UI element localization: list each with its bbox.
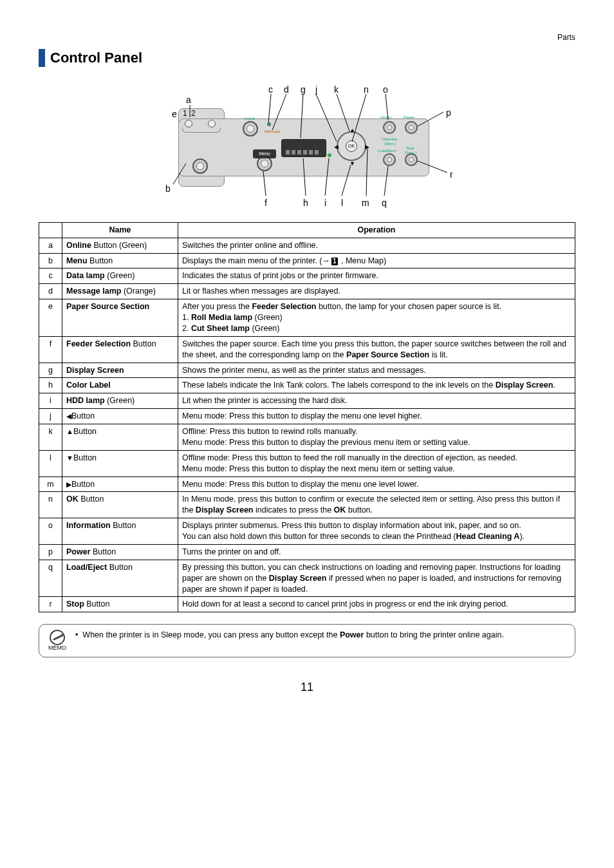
cell-op: By pressing this button, you can check i…: [178, 560, 575, 597]
cell-id: g: [39, 363, 62, 378]
ok-label: OK: [348, 143, 355, 149]
cell-name: Menu Button: [62, 253, 178, 269]
cell-name: ◀ Button: [62, 409, 178, 424]
label-b: b: [165, 183, 171, 196]
cell-op: Indicates the status of print jobs or th…: [178, 269, 575, 284]
label-k: k: [334, 84, 339, 97]
feeder-selection-knob: [192, 158, 208, 174]
memo-text: • When the printer is in Sleep mode, you…: [75, 630, 504, 641]
cell-id: d: [39, 284, 62, 299]
cell-name: Information Button: [62, 518, 178, 545]
cell-name: Display Screen: [62, 363, 178, 378]
label-p: p: [446, 107, 451, 120]
row-i: i HDD lamp (Green) Lit when the printer …: [39, 393, 575, 409]
row-m: m ▶ Button Menu mode: Press this button …: [39, 476, 575, 492]
cell-name: ▼ Button: [62, 450, 178, 476]
menu-pill: Menu: [253, 149, 276, 158]
row-l: l ▼ Button Offline mode: Press this butt…: [39, 450, 575, 476]
label-q: q: [382, 197, 387, 210]
ink-level-bars: [286, 150, 319, 155]
power-button: [405, 121, 418, 134]
cleaning-sub: (3sec.): [384, 141, 396, 146]
display-screen: [281, 139, 326, 157]
page-title: Control Panel: [50, 48, 142, 68]
row-p: p Power Button Turns the printer on and …: [39, 544, 575, 560]
row-o: o Information Button Displays printer su…: [39, 518, 575, 545]
ok-ring: OK: [337, 131, 366, 161]
row-c: c Data lamp (Green) Indicates the status…: [39, 269, 575, 284]
information-button: [383, 121, 396, 134]
right-arrow-icon: ▶: [365, 143, 369, 151]
cell-name: OK Button: [62, 492, 178, 518]
roll-media-lamp: [185, 120, 192, 127]
row-d: d Message lamp (Orange) Lit or flashes w…: [39, 284, 575, 299]
cell-name: Data lamp (Green): [62, 269, 178, 284]
cell-id: o: [39, 518, 62, 545]
row-f: f Feeder Selection Button Switches the p…: [39, 336, 575, 363]
cell-name: HDD lamp (Green): [62, 393, 178, 409]
hdd-lamp: [328, 153, 331, 157]
menu-label: Menu: [259, 151, 270, 157]
row-q: q Load/Eject Button By pressing this but…: [39, 560, 575, 597]
col-operation: Operation: [178, 222, 575, 238]
cell-name: Load/Eject Button: [62, 560, 178, 597]
cell-id: q: [39, 560, 62, 597]
cell-op: These labels indicate the Ink Tank color…: [178, 378, 575, 393]
row-a: a Online Button (Green) Switches the pri…: [39, 238, 575, 253]
load-eject-button: [383, 153, 396, 166]
cell-op: Menu mode: Press this button to display …: [178, 476, 575, 492]
left-arrow-icon: ◀: [334, 143, 339, 151]
cell-op: Lit when the printer is accessing the ha…: [178, 393, 575, 409]
stop-sub: (1sec.): [405, 150, 416, 155]
cell-id: k: [39, 424, 62, 451]
title-accent: [39, 49, 45, 67]
cell-name: Feeder Selection Button: [62, 336, 178, 363]
cell-name: ▲ Button: [62, 424, 178, 451]
cell-name: Color Label: [62, 378, 178, 393]
row-e: e Paper Source Section After you press t…: [39, 299, 575, 337]
cell-id: e: [39, 299, 62, 337]
label-f: f: [265, 197, 267, 210]
row-h: h Color Label These labels indicate the …: [39, 378, 575, 393]
cell-op: Menu mode: Press this button to display …: [178, 409, 575, 424]
row-j: j ◀ Button Menu mode: Press this button …: [39, 409, 575, 424]
page-section: Parts: [39, 32, 575, 43]
label-c: c: [268, 84, 273, 97]
online-button: [243, 121, 258, 137]
label-a: a: [186, 94, 191, 107]
title-bar: Control Panel: [39, 48, 575, 68]
label-e: e: [172, 108, 177, 121]
memo-icon-wrap: MEMO: [46, 630, 69, 652]
label-d: d: [284, 84, 289, 97]
cell-id: j: [39, 409, 62, 424]
label-1: 1: [183, 108, 187, 119]
cell-name: Power Button: [62, 544, 178, 560]
ok-button: OK: [346, 140, 357, 152]
cell-op: In Menu mode, press this button to confi…: [178, 492, 575, 518]
cell-op: Shows the printer menu, as well as the p…: [178, 363, 575, 378]
cell-op: Switches the paper source. Each time you…: [178, 336, 575, 363]
label-g: g: [301, 84, 306, 97]
label-j: j: [315, 84, 317, 97]
label-n: n: [364, 84, 369, 97]
col-id: [39, 222, 62, 238]
cell-id: b: [39, 253, 62, 269]
down-arrow-icon: ▼: [349, 160, 355, 168]
label-o: o: [383, 84, 388, 97]
cell-name: Message lamp (Orange): [62, 284, 178, 299]
cell-id: a: [39, 238, 62, 253]
cell-name: Stop Button: [62, 597, 178, 612]
cell-id: m: [39, 476, 62, 492]
cell-op: Lit or flashes when messages are display…: [178, 284, 575, 299]
diagram: Online Message Menu OK ▲ ▼ ◀ ▶ Inform. P…: [39, 81, 575, 213]
controls-table: Name Operation a Online Button (Green) S…: [39, 222, 575, 613]
cell-id: n: [39, 492, 62, 518]
cell-op: After you press the Feeder Selection but…: [178, 299, 575, 337]
cell-name: Online Button (Green): [62, 238, 178, 253]
row-g: g Display Screen Shows the printer menu,…: [39, 363, 575, 378]
power-label: Power: [404, 115, 414, 120]
cell-op: Turns the printer on and off.: [178, 544, 575, 560]
message-label: Message: [265, 129, 280, 134]
paper-source-bracket: [182, 127, 221, 133]
data-lamp: [267, 122, 271, 126]
